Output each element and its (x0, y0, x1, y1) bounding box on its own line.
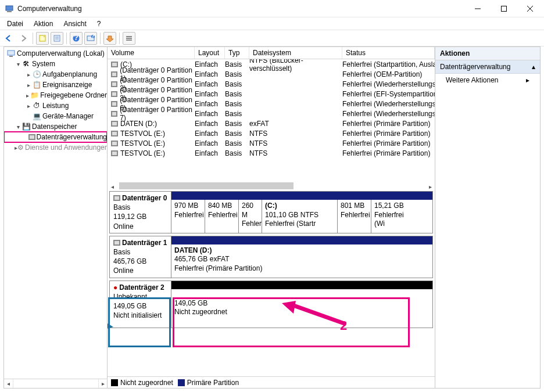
volume-typ: Basis (225, 149, 249, 157)
menu-file[interactable]: Datei (2, 19, 28, 29)
list-icon[interactable] (123, 32, 135, 45)
volume-typ: Basis (225, 100, 249, 108)
volume-layout: Einfach (195, 130, 225, 138)
tree-label: System (32, 60, 55, 68)
tree-label: Ereignisanzeige (42, 81, 92, 89)
center-pane: Volume Layout Typ Dateisystem Status (C:… (108, 47, 435, 388)
minimize-button[interactable] (464, 0, 491, 17)
partition-unallocated[interactable]: 149,05 GB Nicht zugeordnet (171, 289, 432, 328)
tree-storage[interactable]: ▾💾Datenspeicher (4, 121, 107, 132)
legend: Nicht zugeordnet Primäre Partition (108, 376, 435, 388)
chevron-down-icon[interactable]: ▾ (15, 124, 22, 130)
scroll-right-icon[interactable]: ▸ (98, 379, 108, 388)
tree-scheduler[interactable]: ▸🕒Aufgabenplanung (4, 69, 107, 80)
gauge-icon: ⏱ (32, 101, 41, 110)
menu-view[interactable]: Ansicht (59, 19, 91, 29)
menu-action[interactable]: Aktion (29, 19, 58, 29)
scroll-left-icon[interactable]: ◂ (108, 182, 117, 189)
nav-tree[interactable]: Computerverwaltung (Lokal) ▾🛠System ▸🕒Au… (4, 47, 108, 388)
volume-name: TESTVOL (E:) (120, 130, 165, 138)
volume-row[interactable]: TESTVOL (E:)EinfachBasisNTFSFehlerfrei (… (108, 138, 435, 148)
chevron-down-icon[interactable]: ▾ (15, 61, 22, 67)
partition[interactable]: (C:)101,10 GB NTFSFehlerfrei (Startr (262, 200, 338, 233)
tree-perf[interactable]: ▸⏱Leistung (4, 100, 107, 111)
toolbar-sep (119, 33, 120, 44)
tree-label: Dienste und Anwendungen (25, 143, 108, 152)
back-button[interactable] (2, 32, 15, 45)
volume-row[interactable]: TESTVOL (E:)EinfachBasisNTFSFehlerfrei (… (108, 148, 435, 158)
volume-row[interactable]: TESTVOL (E:)EinfachBasisNTFSFehlerfrei (… (108, 128, 435, 138)
volume-layout: Einfach (195, 80, 225, 88)
tree-services[interactable]: ▸⚙Dienste und Anwendungen (4, 142, 107, 153)
part-line1: 840 MB (208, 202, 232, 210)
part-line2: Fehlerfrei (341, 211, 370, 219)
volume-name: TESTVOL (E:) (120, 149, 165, 157)
scroll-right-icon[interactable]: ▸ (425, 182, 435, 189)
actions-header: Aktionen (435, 47, 540, 60)
help-icon[interactable]: ? (70, 32, 83, 45)
partition-stripe (171, 281, 432, 289)
volume-status: Fehlerfrei (Primäre Partition) (342, 130, 435, 138)
actions-group[interactable]: Datenträgerverwaltung ▴ (435, 60, 540, 74)
volume-row[interactable]: DATEN (D:)EinfachBasisexFATFehlerfrei (P… (108, 118, 435, 128)
part-line2: Fehlerfrei (174, 211, 204, 219)
maximize-button[interactable] (491, 0, 517, 17)
chevron-right-icon[interactable]: ▸ (25, 71, 32, 78)
disk-row-0[interactable]: Datenträger 0 Basis 119,12 GB Online 970… (109, 191, 433, 233)
refresh-icon[interactable] (103, 32, 116, 45)
volume-status: Fehlerfrei (Primäre Partition) (342, 120, 435, 128)
chevron-right-icon[interactable]: ▸ (25, 82, 32, 88)
tree-events[interactable]: ▸📋Ereignisanzeige (4, 80, 107, 90)
volume-icon (111, 101, 117, 107)
partition[interactable]: DATEN (D:) 465,76 GB exFAT Fehlerfrei (P… (171, 244, 432, 278)
svg-rect-17 (126, 39, 132, 41)
properties-icon[interactable] (51, 32, 63, 45)
actions-more[interactable]: Weitere Aktionen ▸ (435, 74, 540, 87)
menu-help[interactable]: ? (92, 19, 106, 29)
col-layout[interactable]: Layout (195, 47, 225, 59)
tree-shared[interactable]: ▸📁Freigegebene Ordner (4, 90, 107, 100)
col-fs[interactable]: Dateisystem (249, 47, 342, 59)
tree-root[interactable]: Computerverwaltung (Lokal) (4, 48, 107, 59)
disk-row-2[interactable]: ●Datenträger 2 Unbekannt 149,05 GB Nicht… (109, 280, 433, 328)
volume-layout: Einfach (195, 110, 225, 118)
window-title: Computerverwaltung (17, 5, 464, 13)
tree-system[interactable]: ▾🛠System (4, 59, 107, 69)
volume-layout: Einfach (195, 90, 225, 98)
svg-rect-0 (6, 6, 13, 10)
volume-status: Fehlerfrei (Wiederherstellungspa (342, 80, 435, 88)
partition[interactable]: 801 MBFehlerfrei (338, 200, 371, 233)
volume-layout: Einfach (195, 120, 225, 128)
volume-header: Volume Layout Typ Dateisystem Status (108, 47, 435, 59)
disk-state: Online (113, 222, 167, 231)
partition[interactable]: 840 MBFehlerfrei (205, 200, 239, 233)
tree-devices[interactable]: 💻Geräte-Manager (4, 111, 107, 121)
volume-status: Fehlerfrei (Wiederherstellungspa (342, 100, 435, 108)
partition[interactable]: 260 MFehler (239, 200, 262, 233)
partition[interactable]: 970 MBFehlerfrei (171, 200, 205, 233)
volume-typ: Basis (225, 139, 249, 148)
scroll-thumb[interactable] (119, 182, 294, 189)
close-button[interactable] (517, 0, 543, 17)
volume-icon (111, 121, 118, 127)
col-volume[interactable]: Volume (108, 47, 195, 59)
notes-icon[interactable] (36, 32, 49, 45)
tree-disk-mgmt[interactable]: Datenträgerverwaltung (4, 132, 107, 142)
help2-icon[interactable]: ? (84, 32, 97, 45)
scroll-left-icon[interactable]: ◂ (4, 379, 13, 388)
volume-row[interactable]: (Datenträger 0 Partition 7)EinfachBasisF… (108, 109, 435, 118)
col-typ[interactable]: Typ (225, 47, 249, 59)
chevron-right-icon[interactable]: ▸ (25, 92, 30, 99)
forward-button[interactable] (17, 32, 30, 45)
disk-info: Datenträger 0 Basis 119,12 GB Online (110, 192, 171, 233)
partition[interactable]: 15,21 GBFehlerfrei (Wi (371, 200, 418, 233)
disk-row-1[interactable]: Datenträger 1 Basis 465,76 GB Online DAT… (109, 236, 433, 278)
volume-scrollbar[interactable]: ◂ ▸ (108, 184, 435, 189)
col-status[interactable]: Status (342, 47, 435, 59)
part-line2: Nicht zugeordnet (174, 308, 227, 316)
legend-unallocated: Nicht zugeordnet (111, 379, 173, 387)
tree-scrollbar[interactable]: ◂▸ (4, 379, 108, 388)
collapse-icon[interactable]: ▴ (532, 63, 535, 71)
volume-list[interactable]: Volume Layout Typ Dateisystem Status (C:… (108, 47, 435, 189)
chevron-right-icon[interactable]: ▸ (25, 103, 32, 109)
